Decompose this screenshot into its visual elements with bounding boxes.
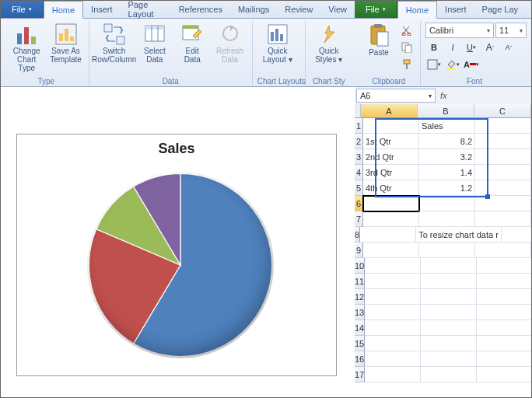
cell-C12[interactable]	[477, 289, 531, 305]
quick-layout-button[interactable]: Quick Layout ▾	[257, 21, 298, 65]
font-color-button[interactable]: A▾	[463, 57, 480, 72]
switch-row-column-button[interactable]: Switch Row/Column	[94, 21, 135, 65]
spreadsheet-grid[interactable]: ABC1Sales21st Qtr8.232nd Qtr3.243rd Qtr1…	[355, 104, 531, 397]
cell-C2[interactable]	[475, 134, 531, 149]
row-header-1[interactable]: 1	[355, 118, 363, 134]
cell-B17[interactable]	[421, 367, 477, 382]
quick-styles-button[interactable]: Quick Styles ▾	[310, 21, 347, 65]
cell-B13[interactable]	[421, 305, 477, 320]
cell-C6[interactable]	[475, 196, 531, 211]
grow-font-button[interactable]: Aˆ	[481, 40, 499, 55]
tab-view-left[interactable]: View	[320, 1, 355, 18]
row-header-7[interactable]: 7	[355, 211, 363, 227]
row-header-3[interactable]: 3	[355, 149, 363, 165]
pie-chart[interactable]	[87, 172, 274, 358]
tab-home-right[interactable]: Home	[397, 1, 437, 19]
cell-B15[interactable]	[421, 336, 477, 351]
grid-corner[interactable]	[355, 104, 361, 118]
cell-B4[interactable]: 1.4	[419, 165, 475, 180]
cell-B1[interactable]: Sales	[419, 118, 475, 134]
cell-C14[interactable]	[477, 320, 531, 336]
row-header-17[interactable]: 17	[355, 367, 365, 382]
cell-B10[interactable]	[421, 258, 477, 274]
cell-A1[interactable]	[363, 118, 419, 134]
cell-A13[interactable]	[365, 305, 421, 320]
cell-C5[interactable]	[475, 180, 531, 196]
cell-B3[interactable]: 3.2	[419, 149, 475, 165]
cell-A5[interactable]: 4th Qtr	[363, 180, 419, 196]
cell-C8[interactable]	[502, 227, 531, 243]
cell-B11[interactable]	[421, 274, 477, 289]
fill-color-button[interactable]: ▾	[444, 57, 461, 72]
cell-A11[interactable]	[365, 274, 421, 289]
cell-C15[interactable]	[477, 336, 531, 351]
cell-A15[interactable]	[365, 336, 421, 351]
paste-button[interactable]: Paste	[362, 21, 395, 58]
format-painter-button[interactable]	[398, 57, 415, 72]
cell-C1[interactable]	[475, 118, 531, 134]
row-header-14[interactable]: 14	[355, 320, 365, 336]
shrink-font-button[interactable]: Aˇ	[500, 40, 517, 55]
tab-insert-right[interactable]: Insert	[437, 1, 474, 18]
cell-A14[interactable]	[365, 320, 421, 336]
copy-button[interactable]	[398, 40, 415, 55]
file-tab-left[interactable]: File▾	[1, 1, 44, 18]
tab-mailings-left[interactable]: Mailings	[230, 1, 277, 18]
file-tab-right[interactable]: File▾	[355, 1, 397, 18]
tab-review-left[interactable]: Review	[277, 1, 320, 18]
column-header-C[interactable]: C	[474, 104, 531, 118]
cell-A7[interactable]	[363, 211, 419, 227]
cell-C17[interactable]	[477, 367, 531, 382]
cell-B7[interactable]	[419, 211, 475, 227]
cell-C10[interactable]	[477, 258, 531, 274]
cut-button[interactable]	[398, 23, 415, 38]
tab-page-layout-right[interactable]: Page Lay	[474, 1, 526, 18]
row-header-9[interactable]: 9	[355, 243, 363, 258]
row-header-11[interactable]: 11	[355, 274, 365, 289]
column-header-B[interactable]: B	[418, 104, 474, 118]
column-header-A[interactable]: A	[361, 104, 418, 118]
change-chart-type-button[interactable]: Change Chart Type	[9, 21, 44, 74]
font-family-combo[interactable]: Calibri▾	[425, 23, 494, 38]
cell-C11[interactable]	[477, 274, 531, 289]
cell-B2[interactable]: 8.2	[419, 134, 475, 149]
row-header-5[interactable]: 5	[355, 180, 363, 196]
row-header-16[interactable]: 16	[355, 351, 365, 367]
underline-button[interactable]: U▾	[463, 40, 480, 55]
cell-C4[interactable]	[475, 165, 531, 180]
cell-A4[interactable]: 3rd Qtr	[363, 165, 419, 180]
row-header-4[interactable]: 4	[355, 165, 363, 180]
cell-C13[interactable]	[477, 305, 531, 320]
fx-button[interactable]: fx	[437, 91, 450, 100]
name-box[interactable]: A6▾	[356, 89, 436, 103]
row-header-6[interactable]: 6	[355, 196, 363, 211]
cell-A6[interactable]	[363, 196, 419, 211]
font-size-combo[interactable]: 11▾	[495, 23, 527, 38]
edit-data-button[interactable]: Edit Data	[175, 21, 209, 65]
cell-B9[interactable]	[419, 243, 475, 258]
row-header-8[interactable]: 8	[355, 227, 360, 243]
cell-C16[interactable]	[477, 351, 531, 367]
cell-A8[interactable]	[360, 227, 416, 243]
cell-A9[interactable]	[363, 243, 419, 258]
tab-insert-left[interactable]: Insert	[83, 1, 121, 18]
cell-A12[interactable]	[365, 289, 421, 305]
bold-button[interactable]: B	[425, 40, 443, 55]
chart-title[interactable]: Sales	[17, 141, 336, 157]
tab-references-left[interactable]: References	[171, 1, 230, 18]
cell-C3[interactable]	[475, 149, 531, 165]
cell-A16[interactable]	[365, 351, 421, 367]
cell-C7[interactable]	[475, 211, 531, 227]
save-as-template-button[interactable]: Save As Template	[47, 21, 83, 65]
cell-B5[interactable]: 1.2	[419, 180, 475, 196]
cell-B16[interactable]	[421, 351, 477, 367]
cell-A3[interactable]: 2nd Qtr	[363, 149, 419, 165]
border-button[interactable]: ▾	[425, 57, 443, 72]
row-header-15[interactable]: 15	[355, 336, 365, 351]
row-header-2[interactable]: 2	[355, 134, 363, 149]
select-data-button[interactable]: Select Data	[138, 21, 172, 65]
cell-A17[interactable]	[365, 367, 421, 382]
tab-page-layout-left[interactable]: Page Layout	[121, 1, 171, 18]
tab-home-left[interactable]: Home	[44, 1, 83, 19]
cell-A2[interactable]: 1st Qtr	[363, 134, 419, 149]
